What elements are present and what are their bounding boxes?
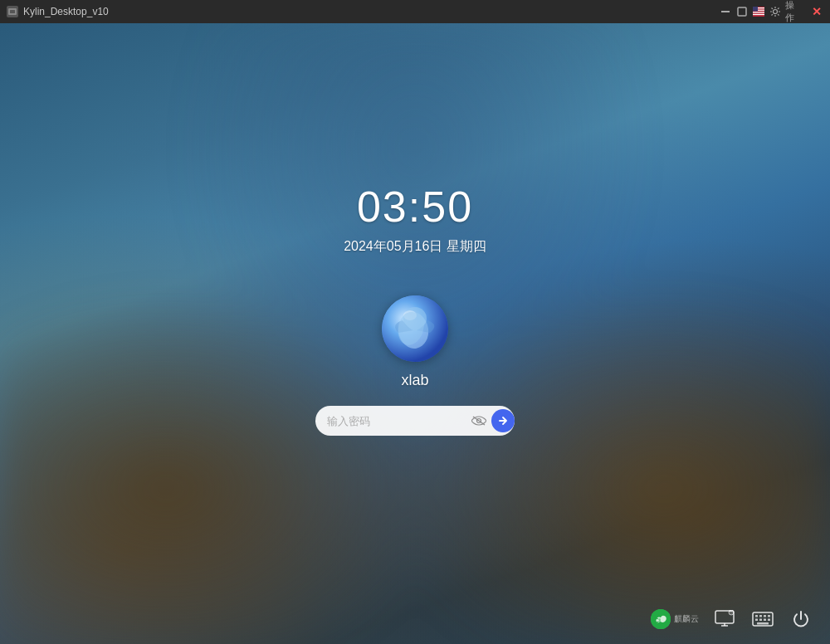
close-button[interactable]: ✕ [810, 5, 823, 18]
svg-rect-35 [757, 622, 769, 625]
svg-rect-2 [721, 11, 730, 12]
svg-rect-3 [738, 7, 746, 16]
center-content: 03:50 2024年05月16日 星期四 [0, 23, 830, 594]
flag-icon [752, 5, 765, 18]
svg-rect-30 [768, 615, 770, 617]
titlebar-title: Kylin_Desktop_v10 [23, 6, 109, 17]
svg-point-14 [403, 307, 427, 330]
kylin-icon [7, 6, 18, 17]
titlebar-controls: 操作 ✕ [719, 5, 823, 18]
svg-point-23 [729, 610, 734, 615]
kylin-logo-icon: Ci [651, 609, 671, 629]
minimize-button[interactable] [719, 5, 732, 18]
svg-text:Ci: Ci [655, 617, 661, 623]
titlebar-sys-icons: 操作 ✕ [719, 5, 823, 18]
svg-rect-29 [764, 615, 766, 617]
time-display: 03:50 [357, 182, 473, 232]
svg-rect-7 [753, 12, 764, 12]
svg-rect-33 [764, 619, 766, 622]
svg-rect-32 [759, 619, 762, 622]
svg-rect-8 [753, 14, 764, 15]
svg-rect-27 [755, 615, 758, 617]
titlebar: Kylin_Desktop_v10 [0, 0, 830, 23]
svg-rect-31 [755, 619, 758, 622]
svg-point-10 [774, 10, 778, 14]
actions-label: 操作 [785, 5, 798, 18]
password-input[interactable] [327, 415, 466, 427]
svg-point-15 [403, 310, 417, 320]
maximize-button[interactable] [735, 5, 749, 18]
avatar [382, 295, 448, 362]
app-container: Kylin_Desktop_v10 [0, 0, 830, 644]
kylin-cloud-text: 麒麟云 [674, 613, 699, 625]
kylin-cloud-logo: Ci 麒麟云 [651, 609, 699, 629]
username: xlab [401, 372, 428, 389]
lockscreen-main: 03:50 2024年05月16日 星期四 [0, 23, 830, 644]
keyboard-icon[interactable] [750, 607, 775, 632]
submit-button[interactable] [491, 409, 515, 432]
svg-point-12 [382, 295, 448, 362]
svg-rect-28 [759, 615, 762, 617]
svg-rect-9 [753, 7, 758, 12]
eye-icon[interactable] [471, 411, 486, 431]
svg-rect-1 [10, 10, 15, 13]
user-info: xlab [382, 295, 448, 389]
password-area[interactable] [315, 406, 515, 436]
date-display: 2024年05月16日 星期四 [344, 238, 486, 256]
display-icon[interactable] [712, 607, 737, 632]
svg-rect-34 [768, 619, 770, 622]
bottom-bar: Ci 麒麟云 [0, 594, 830, 644]
titlebar-left: Kylin_Desktop_v10 [7, 6, 109, 17]
gear-icon[interactable] [769, 5, 782, 18]
power-icon[interactable] [788, 607, 813, 632]
